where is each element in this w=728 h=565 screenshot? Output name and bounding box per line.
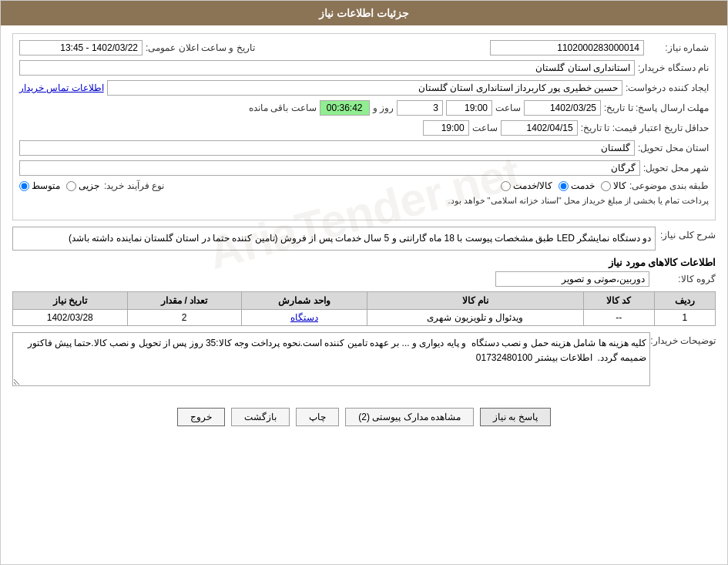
category-radio-kala-khedmat[interactable]: کالا/خدمت [501, 180, 552, 191]
purchase-radio-jozi-input[interactable] [66, 181, 76, 191]
validity-row: حداقل تاریخ اعتبار قیمت: تا تاریخ: 1402/… [19, 120, 709, 136]
category-kala-label: کالا [613, 180, 626, 191]
deadline-remaining-label: ساعت باقی مانده [249, 103, 317, 113]
cell-qty: 2 [127, 310, 241, 326]
city-label: شهر محل تحویل: [643, 163, 709, 173]
deadline-days-label: روز و [373, 103, 394, 113]
validity-date-field: 1402/04/15 [501, 120, 578, 136]
description-section: شرح کلی نیاز: دو دستگاه نمایشگر LED طبق … [12, 227, 716, 251]
page-header: جزئیات اطلاعات نیاز [1, 1, 727, 25]
col-row: ردیف [654, 292, 715, 310]
group-row: گروه کالا: دوربین،صوتی و تصویر [12, 271, 716, 287]
purchase-radio-jozi[interactable]: جزیی [66, 180, 99, 191]
main-form-section: شماره نیاز: 1102000283000014 تاریخ و ساع… [12, 33, 716, 220]
group-label: گروه کالا: [654, 274, 716, 284]
cell-row: 1 [654, 310, 715, 326]
category-row: طبقه بندی موضوعی: کالا خدمت کالا/خدمت [19, 180, 709, 191]
description-field: دو دستگاه نمایشگر LED طبق مشخصات پیوست ب… [12, 227, 656, 251]
view-docs-button[interactable]: مشاهده مدارک پیوستی (2) [345, 408, 474, 426]
page-title: جزئیات اطلاعات نیاز [319, 7, 409, 19]
category-radio-kala[interactable]: کالا [601, 180, 626, 191]
exit-button[interactable]: خروج [177, 408, 225, 426]
category-radio-khedmat[interactable]: خدمت [559, 180, 595, 191]
purchase-radio-motavasset-input[interactable] [19, 181, 29, 191]
creator-field: حسین خطیری پور کاربرداز استانداری استان … [107, 80, 622, 96]
deadline-time-field: 19:00 [446, 100, 492, 116]
buyer-desc-label: توضیحات خریدار: [656, 332, 716, 346]
creator-label: ایجاد کننده درخواست: [626, 82, 709, 93]
cell-name: ویدئوال و تلویزیون شهری [367, 310, 583, 326]
category-radio-khedmat-input[interactable] [559, 181, 569, 191]
cell-date: 1402/03/28 [13, 310, 128, 326]
creator-row: ایجاد کننده درخواست: حسین خطیری پور کارب… [19, 80, 709, 96]
buyer-field: استانداری استان گلستان [19, 60, 635, 76]
col-unit: واحد شمارش [241, 292, 367, 310]
buyer-row: نام دستگاه خریدار: استانداری استان گلستا… [19, 60, 709, 76]
creator-link[interactable]: اطلاعات تماس خریدار [19, 82, 104, 93]
purchase-motavasset-label: متوسط [32, 180, 60, 191]
col-name: نام کالا [367, 292, 583, 310]
items-table: ردیف کد کالا نام کالا واحد شمارش تعداد /… [12, 291, 716, 326]
footer-buttons: خروج بازگشت چاپ مشاهده مدارک پیوستی (2) … [1, 400, 727, 434]
niyaz-label: شماره نیاز: [647, 42, 709, 53]
group-field: دوربین،صوتی و تصویر [495, 271, 649, 287]
deadline-days-field: 3 [397, 100, 443, 116]
reply-button[interactable]: پاسخ به نیاز [480, 408, 551, 426]
col-date: تاریخ نیاز [13, 292, 128, 310]
purchase-label: نوع فرآیند خرید: [102, 180, 164, 191]
buyer-desc-field[interactable] [12, 332, 650, 386]
announce-field: 1402/03/22 - 13:45 [19, 40, 143, 55]
deadline-remaining-field: 00:36:42 [320, 100, 370, 116]
deadline-date-field: 1402/03/25 [524, 100, 601, 116]
print-button[interactable]: چاپ [296, 408, 339, 426]
niyaz-row: شماره نیاز: 1102000283000014 تاریخ و ساع… [19, 40, 709, 55]
announce-label: تاریخ و ساعت اعلان عمومی: [146, 42, 255, 53]
payment-note: پرداخت تمام یا بخشی از مبلغ خریداز محل "… [448, 196, 709, 206]
category-radio-group: کالا خدمت کالا/خدمت [501, 180, 626, 191]
cell-unit[interactable]: دستگاه [241, 310, 367, 326]
niyaz-field: 1102000283000014 [490, 40, 644, 55]
validity-label: حداقل تاریخ اعتبار قیمت: تا تاریخ: [581, 123, 709, 133]
category-label: طبقه بندی موضوعی: [629, 180, 709, 191]
back-button[interactable]: بازگشت [231, 408, 290, 426]
city-field: گرگان [19, 160, 640, 176]
category-kala-khedmat-label: کالا/خدمت [513, 180, 552, 191]
province-row: استان محل تحویل: گلستان [19, 140, 709, 156]
col-qty: تعداد / مقدار [127, 292, 241, 310]
table-row: 1 -- ویدئوال و تلویزیون شهری دستگاه 2 14… [13, 310, 716, 326]
cell-code: -- [583, 310, 654, 326]
category-radio-kala-khedmat-input[interactable] [501, 181, 511, 191]
purchase-radio-motavasset[interactable]: متوسط [19, 180, 60, 191]
category-radio-kala-input[interactable] [601, 181, 611, 191]
deadline-time-label: ساعت [495, 103, 521, 113]
deadline-row: مهلت ارسال پاسخ: تا تاریخ: 1402/03/25 سا… [19, 100, 709, 116]
validity-time-field: 19:00 [423, 120, 469, 136]
province-field: گلستان [19, 140, 635, 156]
description-label: شرح کلی نیاز: [662, 227, 716, 240]
deadline-label: مهلت ارسال پاسخ: تا تاریخ: [604, 103, 709, 113]
buyer-desc-section: توضیحات خریدار: [12, 332, 716, 386]
validity-time-label: ساعت [472, 123, 498, 133]
col-code: کد کالا [583, 292, 654, 310]
payment-note-row: پرداخت تمام یا بخشی از مبلغ خریداز محل "… [19, 196, 709, 209]
purchase-radio-group: جزیی متوسط [19, 180, 99, 191]
table-header-row: ردیف کد کالا نام کالا واحد شمارش تعداد /… [13, 292, 716, 310]
category-khedmat-label: خدمت [571, 180, 595, 191]
purchase-jozi-label: جزیی [79, 180, 99, 191]
items-section-title: اطلاعات کالاهای مورد نیاز [12, 257, 716, 268]
city-row: شهر محل تحویل: گرگان [19, 160, 709, 176]
buyer-label: نام دستگاه خریدار: [638, 62, 709, 73]
province-label: استان محل تحویل: [638, 143, 709, 153]
